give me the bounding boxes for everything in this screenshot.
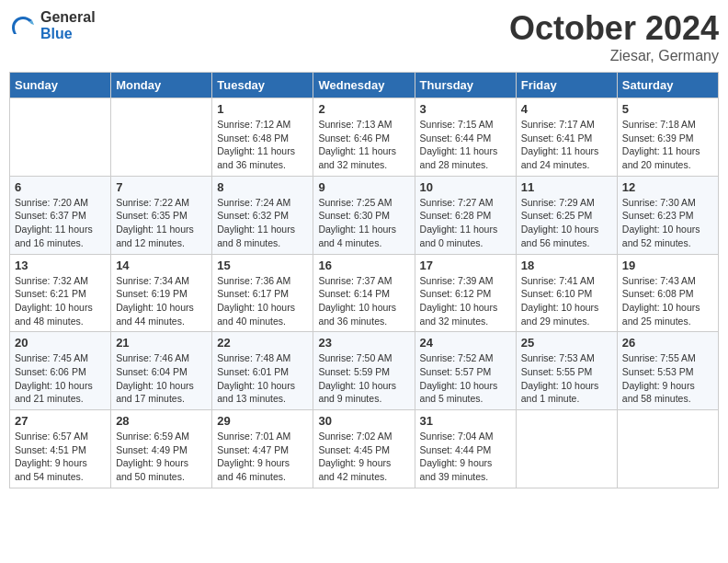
calendar-cell: 26Sunrise: 7:55 AM Sunset: 5:53 PM Dayli… [617, 332, 718, 410]
header-sunday: Sunday [10, 73, 111, 98]
calendar-cell: 6Sunrise: 7:20 AM Sunset: 6:37 PM Daylig… [10, 176, 111, 254]
calendar-cell: 10Sunrise: 7:27 AM Sunset: 6:28 PM Dayli… [415, 176, 516, 254]
day-info: Sunrise: 7:02 AM Sunset: 4:45 PM Dayligh… [318, 430, 409, 484]
calendar-cell [617, 410, 718, 488]
day-number: 19 [622, 259, 713, 272]
calendar-cell: 16Sunrise: 7:37 AM Sunset: 6:14 PM Dayli… [313, 254, 415, 332]
day-number: 24 [420, 336, 511, 350]
day-number: 5 [622, 102, 713, 116]
calendar-cell: 15Sunrise: 7:36 AM Sunset: 6:17 PM Dayli… [212, 254, 313, 332]
calendar-cell: 1Sunrise: 7:12 AM Sunset: 6:48 PM Daylig… [212, 98, 313, 177]
calendar-cell: 19Sunrise: 7:43 AM Sunset: 6:08 PM Dayli… [617, 254, 718, 332]
calendar-cell [516, 410, 617, 488]
day-number: 12 [622, 180, 713, 194]
logo-icon [9, 12, 37, 40]
day-number: 18 [521, 259, 612, 272]
day-info: Sunrise: 7:22 AM Sunset: 6:35 PM Dayligh… [116, 196, 207, 250]
calendar-cell: 28Sunrise: 6:59 AM Sunset: 4:49 PM Dayli… [111, 410, 212, 488]
day-info: Sunrise: 7:53 AM Sunset: 5:55 PM Dayligh… [521, 351, 612, 406]
day-number: 26 [622, 336, 713, 350]
day-number: 2 [318, 102, 409, 116]
calendar-cell: 2Sunrise: 7:13 AM Sunset: 6:46 PM Daylig… [313, 98, 415, 177]
calendar-cell: 17Sunrise: 7:39 AM Sunset: 6:12 PM Dayli… [415, 254, 516, 332]
day-info: Sunrise: 7:39 AM Sunset: 6:12 PM Dayligh… [420, 274, 511, 328]
day-number: 1 [217, 102, 308, 116]
calendar-cell: 5Sunrise: 7:18 AM Sunset: 6:39 PM Daylig… [617, 98, 718, 177]
header-monday: Monday [111, 73, 212, 98]
header-friday: Friday [516, 73, 617, 98]
week-row-3: 13Sunrise: 7:32 AM Sunset: 6:21 PM Dayli… [10, 254, 719, 332]
calendar-cell: 14Sunrise: 7:34 AM Sunset: 6:19 PM Dayli… [111, 254, 212, 332]
calendar-cell: 25Sunrise: 7:53 AM Sunset: 5:55 PM Dayli… [516, 332, 617, 410]
header-tuesday: Tuesday [212, 73, 313, 98]
day-info: Sunrise: 7:41 AM Sunset: 6:10 PM Dayligh… [521, 274, 612, 328]
day-info: Sunrise: 7:32 AM Sunset: 6:21 PM Dayligh… [15, 274, 106, 328]
day-info: Sunrise: 7:50 AM Sunset: 5:59 PM Dayligh… [318, 351, 409, 406]
calendar-cell: 11Sunrise: 7:29 AM Sunset: 6:25 PM Dayli… [516, 176, 617, 254]
day-number: 13 [15, 259, 106, 272]
calendar-cell: 22Sunrise: 7:48 AM Sunset: 6:01 PM Dayli… [212, 332, 313, 410]
calendar-cell: 9Sunrise: 7:25 AM Sunset: 6:30 PM Daylig… [313, 176, 415, 254]
location-title: Ziesar, Germany [509, 48, 719, 64]
calendar-cell: 29Sunrise: 7:01 AM Sunset: 4:47 PM Dayli… [212, 410, 313, 488]
day-info: Sunrise: 7:52 AM Sunset: 5:57 PM Dayligh… [420, 351, 511, 406]
day-number: 8 [217, 180, 308, 194]
calendar-cell: 27Sunrise: 6:57 AM Sunset: 4:51 PM Dayli… [10, 410, 111, 488]
day-number: 9 [318, 180, 409, 194]
day-info: Sunrise: 6:59 AM Sunset: 4:49 PM Dayligh… [116, 430, 207, 484]
day-info: Sunrise: 7:55 AM Sunset: 5:53 PM Dayligh… [622, 351, 713, 406]
calendar-table: Sunday Monday Tuesday Wednesday Thursday… [9, 72, 719, 488]
day-info: Sunrise: 7:17 AM Sunset: 6:41 PM Dayligh… [521, 118, 612, 172]
calendar-cell: 3Sunrise: 7:15 AM Sunset: 6:44 PM Daylig… [415, 98, 516, 177]
calendar-cell: 8Sunrise: 7:24 AM Sunset: 6:32 PM Daylig… [212, 176, 313, 254]
day-info: Sunrise: 7:30 AM Sunset: 6:23 PM Dayligh… [622, 196, 713, 250]
day-info: Sunrise: 7:36 AM Sunset: 6:17 PM Dayligh… [217, 274, 308, 328]
day-number: 31 [420, 414, 511, 428]
day-number: 22 [217, 336, 308, 350]
month-title: October 2024 [509, 9, 719, 48]
calendar-cell: 13Sunrise: 7:32 AM Sunset: 6:21 PM Dayli… [10, 254, 111, 332]
day-info: Sunrise: 7:29 AM Sunset: 6:25 PM Dayligh… [521, 196, 612, 250]
header-thursday: Thursday [415, 73, 516, 98]
day-number: 21 [116, 336, 207, 350]
calendar-cell: 24Sunrise: 7:52 AM Sunset: 5:57 PM Dayli… [415, 332, 516, 410]
day-number: 4 [521, 102, 612, 116]
calendar-cell [10, 98, 111, 177]
calendar-cell [111, 98, 212, 177]
day-info: Sunrise: 7:15 AM Sunset: 6:44 PM Dayligh… [420, 118, 511, 172]
calendar-cell: 21Sunrise: 7:46 AM Sunset: 6:04 PM Dayli… [111, 332, 212, 410]
header-saturday: Saturday [617, 73, 718, 98]
week-row-1: 1Sunrise: 7:12 AM Sunset: 6:48 PM Daylig… [10, 98, 719, 177]
day-info: Sunrise: 6:57 AM Sunset: 4:51 PM Dayligh… [15, 430, 106, 484]
title-area: October 2024 Ziesar, Germany [509, 9, 719, 64]
week-row-2: 6Sunrise: 7:20 AM Sunset: 6:37 PM Daylig… [10, 176, 719, 254]
day-number: 14 [116, 259, 207, 272]
day-info: Sunrise: 7:18 AM Sunset: 6:39 PM Dayligh… [622, 118, 713, 172]
day-info: Sunrise: 7:24 AM Sunset: 6:32 PM Dayligh… [217, 196, 308, 250]
day-number: 15 [217, 259, 308, 272]
day-number: 7 [116, 180, 207, 194]
page-header: General Blue October 2024 Ziesar, German… [9, 9, 719, 64]
day-info: Sunrise: 7:37 AM Sunset: 6:14 PM Dayligh… [318, 274, 409, 328]
calendar-cell: 20Sunrise: 7:45 AM Sunset: 6:06 PM Dayli… [10, 332, 111, 410]
day-number: 30 [318, 414, 409, 428]
header-wednesday: Wednesday [313, 73, 415, 98]
week-row-4: 20Sunrise: 7:45 AM Sunset: 6:06 PM Dayli… [10, 332, 719, 410]
day-info: Sunrise: 7:45 AM Sunset: 6:06 PM Dayligh… [15, 351, 106, 406]
day-info: Sunrise: 7:25 AM Sunset: 6:30 PM Dayligh… [318, 196, 409, 250]
logo: General Blue [9, 9, 96, 41]
day-info: Sunrise: 7:46 AM Sunset: 6:04 PM Dayligh… [116, 351, 207, 406]
day-info: Sunrise: 7:34 AM Sunset: 6:19 PM Dayligh… [116, 274, 207, 328]
logo-text: General Blue [40, 9, 96, 41]
day-number: 20 [15, 336, 106, 350]
logo-general: General [40, 9, 96, 26]
day-number: 3 [420, 102, 511, 116]
logo-blue: Blue [40, 26, 96, 42]
day-number: 28 [116, 414, 207, 428]
day-number: 27 [15, 414, 106, 428]
day-info: Sunrise: 7:13 AM Sunset: 6:46 PM Dayligh… [318, 118, 409, 172]
day-info: Sunrise: 7:20 AM Sunset: 6:37 PM Dayligh… [15, 196, 106, 250]
calendar-cell: 7Sunrise: 7:22 AM Sunset: 6:35 PM Daylig… [111, 176, 212, 254]
day-info: Sunrise: 7:48 AM Sunset: 6:01 PM Dayligh… [217, 351, 308, 406]
day-info: Sunrise: 7:01 AM Sunset: 4:47 PM Dayligh… [217, 430, 308, 484]
